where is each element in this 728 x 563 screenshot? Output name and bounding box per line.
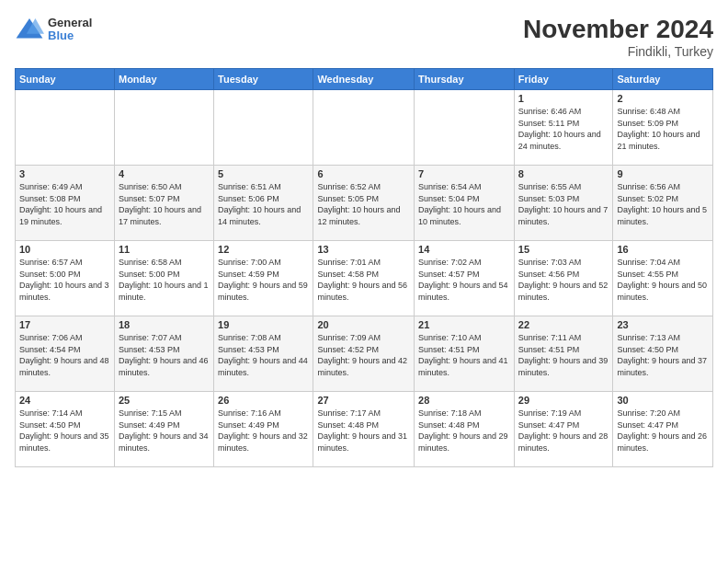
day-number: 21	[418, 319, 510, 330]
day-info: Sunrise: 7:00 AM Sunset: 4:59 PM Dayligh…	[218, 257, 309, 303]
day-info: Sunrise: 7:02 AM Sunset: 4:57 PM Dayligh…	[418, 257, 510, 303]
logo-icon	[15, 15, 44, 44]
calendar-cell: 23Sunrise: 7:13 AM Sunset: 4:50 PM Dayli…	[613, 316, 713, 392]
day-number: 2	[617, 93, 709, 104]
weekday-header-wednesday: Wednesday	[313, 69, 415, 90]
month-title: November 2024	[523, 15, 713, 44]
title-block: November 2024 Findikli, Turkey	[523, 15, 713, 59]
day-info: Sunrise: 6:51 AM Sunset: 5:06 PM Dayligh…	[218, 181, 309, 227]
weekday-header-monday: Monday	[114, 69, 213, 90]
day-number: 8	[518, 168, 609, 179]
day-info: Sunrise: 7:18 AM Sunset: 4:48 PM Dayligh…	[418, 408, 510, 454]
logo: General Blue	[15, 15, 92, 44]
day-number: 28	[418, 395, 510, 406]
day-info: Sunrise: 7:13 AM Sunset: 4:50 PM Dayligh…	[617, 332, 709, 378]
day-number: 20	[317, 319, 410, 330]
weekday-header-tuesday: Tuesday	[214, 69, 313, 90]
day-number: 27	[317, 395, 410, 406]
header: General Blue November 2024 Findikli, Tur…	[15, 15, 713, 59]
calendar-cell: 26Sunrise: 7:16 AM Sunset: 4:49 PM Dayli…	[214, 392, 313, 467]
calendar-cell: 24Sunrise: 7:14 AM Sunset: 4:50 PM Dayli…	[16, 392, 115, 467]
calendar-cell	[313, 90, 415, 166]
calendar-cell: 29Sunrise: 7:19 AM Sunset: 4:47 PM Dayli…	[514, 392, 613, 467]
day-number: 24	[19, 395, 110, 406]
day-info: Sunrise: 7:07 AM Sunset: 4:53 PM Dayligh…	[119, 332, 210, 378]
location: Findikli, Turkey	[523, 44, 713, 59]
calendar-cell	[114, 90, 213, 166]
calendar-week-1: 1Sunrise: 6:46 AM Sunset: 5:11 PM Daylig…	[16, 90, 713, 166]
day-number: 9	[617, 168, 709, 179]
calendar-cell: 28Sunrise: 7:18 AM Sunset: 4:48 PM Dayli…	[415, 392, 515, 467]
day-info: Sunrise: 7:11 AM Sunset: 4:51 PM Dayligh…	[518, 332, 609, 378]
calendar-cell	[415, 90, 515, 166]
calendar-cell: 30Sunrise: 7:20 AM Sunset: 4:47 PM Dayli…	[613, 392, 713, 467]
calendar-cell	[214, 90, 313, 166]
day-number: 14	[418, 244, 510, 255]
day-number: 22	[518, 319, 609, 330]
day-number: 17	[19, 319, 110, 330]
day-info: Sunrise: 7:03 AM Sunset: 4:56 PM Dayligh…	[518, 257, 609, 303]
day-info: Sunrise: 7:16 AM Sunset: 4:49 PM Dayligh…	[218, 408, 309, 454]
day-number: 5	[218, 168, 309, 179]
calendar-cell: 9Sunrise: 6:56 AM Sunset: 5:02 PM Daylig…	[613, 166, 713, 241]
day-info: Sunrise: 7:10 AM Sunset: 4:51 PM Dayligh…	[418, 332, 510, 378]
day-number: 26	[218, 395, 309, 406]
calendar-cell	[16, 90, 115, 166]
day-number: 23	[617, 319, 709, 330]
day-info: Sunrise: 7:15 AM Sunset: 4:49 PM Dayligh…	[119, 408, 210, 454]
calendar-cell: 19Sunrise: 7:08 AM Sunset: 4:53 PM Dayli…	[214, 316, 313, 392]
day-number: 15	[518, 244, 609, 255]
day-number: 12	[218, 244, 309, 255]
calendar-week-5: 24Sunrise: 7:14 AM Sunset: 4:50 PM Dayli…	[16, 392, 713, 467]
page: General Blue November 2024 Findikli, Tur…	[0, 0, 728, 563]
calendar-week-2: 3Sunrise: 6:49 AM Sunset: 5:08 PM Daylig…	[16, 166, 713, 241]
day-info: Sunrise: 6:48 AM Sunset: 5:09 PM Dayligh…	[617, 106, 709, 152]
day-number: 3	[19, 168, 110, 179]
weekday-header-thursday: Thursday	[415, 69, 515, 90]
day-number: 19	[218, 319, 309, 330]
calendar-cell: 10Sunrise: 6:57 AM Sunset: 5:00 PM Dayli…	[16, 241, 115, 316]
day-info: Sunrise: 6:50 AM Sunset: 5:07 PM Dayligh…	[119, 181, 210, 227]
day-info: Sunrise: 7:09 AM Sunset: 4:52 PM Dayligh…	[317, 332, 410, 378]
calendar-cell: 6Sunrise: 6:52 AM Sunset: 5:05 PM Daylig…	[313, 166, 415, 241]
day-number: 29	[518, 395, 609, 406]
day-number: 10	[19, 244, 110, 255]
calendar-cell: 27Sunrise: 7:17 AM Sunset: 4:48 PM Dayli…	[313, 392, 415, 467]
day-info: Sunrise: 7:06 AM Sunset: 4:54 PM Dayligh…	[19, 332, 110, 378]
calendar-cell: 13Sunrise: 7:01 AM Sunset: 4:58 PM Dayli…	[313, 241, 415, 316]
weekday-header-row: SundayMondayTuesdayWednesdayThursdayFrid…	[16, 69, 713, 90]
day-info: Sunrise: 6:49 AM Sunset: 5:08 PM Dayligh…	[19, 181, 110, 227]
day-number: 30	[617, 395, 709, 406]
weekday-header-saturday: Saturday	[613, 69, 713, 90]
weekday-header-sunday: Sunday	[16, 69, 115, 90]
day-number: 13	[317, 244, 410, 255]
calendar-cell: 1Sunrise: 6:46 AM Sunset: 5:11 PM Daylig…	[514, 90, 613, 166]
day-info: Sunrise: 7:17 AM Sunset: 4:48 PM Dayligh…	[317, 408, 410, 454]
day-number: 11	[119, 244, 210, 255]
calendar-cell: 20Sunrise: 7:09 AM Sunset: 4:52 PM Dayli…	[313, 316, 415, 392]
day-info: Sunrise: 7:19 AM Sunset: 4:47 PM Dayligh…	[518, 408, 609, 454]
calendar-cell: 18Sunrise: 7:07 AM Sunset: 4:53 PM Dayli…	[114, 316, 213, 392]
calendar-cell: 22Sunrise: 7:11 AM Sunset: 4:51 PM Dayli…	[514, 316, 613, 392]
logo-text: General Blue	[48, 17, 92, 43]
logo-blue-text: Blue	[48, 29, 92, 42]
day-info: Sunrise: 7:20 AM Sunset: 4:47 PM Dayligh…	[617, 408, 709, 454]
calendar-cell: 5Sunrise: 6:51 AM Sunset: 5:06 PM Daylig…	[214, 166, 313, 241]
day-info: Sunrise: 6:56 AM Sunset: 5:02 PM Dayligh…	[617, 181, 709, 227]
day-number: 1	[518, 93, 609, 104]
calendar-cell: 17Sunrise: 7:06 AM Sunset: 4:54 PM Dayli…	[16, 316, 115, 392]
calendar-cell: 7Sunrise: 6:54 AM Sunset: 5:04 PM Daylig…	[415, 166, 515, 241]
day-info: Sunrise: 6:46 AM Sunset: 5:11 PM Dayligh…	[518, 106, 609, 152]
weekday-header-friday: Friday	[514, 69, 613, 90]
day-info: Sunrise: 7:01 AM Sunset: 4:58 PM Dayligh…	[317, 257, 410, 303]
calendar-week-4: 17Sunrise: 7:06 AM Sunset: 4:54 PM Dayli…	[16, 316, 713, 392]
calendar-cell: 11Sunrise: 6:58 AM Sunset: 5:00 PM Dayli…	[114, 241, 213, 316]
calendar-cell: 2Sunrise: 6:48 AM Sunset: 5:09 PM Daylig…	[613, 90, 713, 166]
calendar-cell: 25Sunrise: 7:15 AM Sunset: 4:49 PM Dayli…	[114, 392, 213, 467]
calendar-cell: 21Sunrise: 7:10 AM Sunset: 4:51 PM Dayli…	[415, 316, 515, 392]
day-number: 6	[317, 168, 410, 179]
day-number: 16	[617, 244, 709, 255]
calendar-cell: 12Sunrise: 7:00 AM Sunset: 4:59 PM Dayli…	[214, 241, 313, 316]
calendar-cell: 3Sunrise: 6:49 AM Sunset: 5:08 PM Daylig…	[16, 166, 115, 241]
day-info: Sunrise: 6:57 AM Sunset: 5:00 PM Dayligh…	[19, 257, 110, 303]
